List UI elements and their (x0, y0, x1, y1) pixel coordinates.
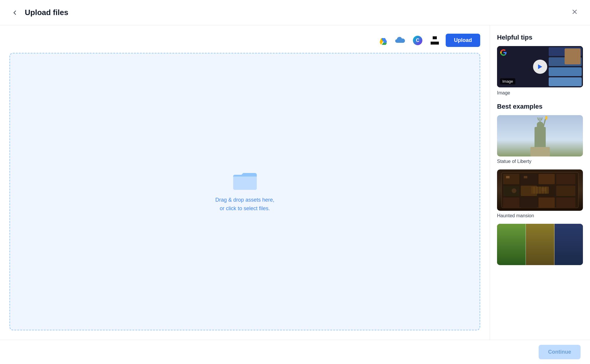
svg-rect-7 (521, 174, 537, 184)
play-button[interactable] (533, 60, 547, 74)
svg-rect-17 (556, 197, 576, 208)
svg-point-20 (512, 188, 517, 193)
svg-rect-10 (503, 186, 519, 196)
svg-rect-13 (556, 186, 576, 196)
onedrive-button[interactable] (394, 34, 407, 47)
unsplash-icon (431, 36, 439, 45)
svg-rect-19 (524, 176, 527, 178)
main-content: C Upload (0, 25, 490, 340)
unsplash-button[interactable] (429, 34, 441, 47)
svg-rect-8 (539, 174, 555, 184)
cloud-icon (395, 36, 406, 45)
svg-rect-4 (233, 175, 257, 190)
svg-marker-1 (382, 43, 387, 45)
example-item-goed (497, 224, 583, 267)
goed-panel-center (526, 224, 555, 265)
dropzone-line2: or click to select files. (215, 204, 274, 213)
example-item-sol: Statue of Liberty (497, 115, 583, 164)
svg-rect-16 (539, 197, 555, 208)
helpful-tips-title: Helpful tips (497, 34, 583, 41)
toolbar: C Upload (9, 34, 480, 47)
video-thumbnail[interactable]: Image (497, 46, 583, 87)
example-img-hm (497, 169, 583, 211)
video-title: Image (497, 90, 583, 96)
example-img-goed (497, 224, 583, 265)
hm-illustration (497, 169, 583, 211)
video-label-badge: Image (500, 78, 515, 84)
modal-header: Upload files (0, 0, 590, 25)
back-button[interactable] (9, 9, 20, 17)
example-item-hm: Haunted mansion (497, 169, 583, 218)
sidebar: Helpful tips (490, 25, 590, 340)
svg-rect-18 (506, 176, 510, 178)
upload-button[interactable]: Upload (446, 34, 480, 47)
folder-icon (233, 171, 257, 190)
goed-panel-right (555, 224, 583, 265)
google-drive-icon (379, 36, 388, 45)
canva-icon: C (413, 36, 422, 45)
modal-footer: Continue (0, 340, 590, 364)
upload-files-modal: Upload files (0, 0, 590, 364)
dropzone-line1: Drag & drop assets here, (215, 196, 274, 204)
best-examples-title: Best examples (497, 103, 583, 110)
hm-caption: Haunted mansion (497, 213, 583, 218)
modal-body: C Upload (0, 25, 590, 340)
svg-rect-9 (556, 174, 576, 184)
dropzone[interactable]: Drag & drop assets here, or click to sel… (9, 53, 480, 330)
svg-rect-15 (521, 197, 537, 208)
example-img-sol (497, 115, 583, 156)
cloud-service-icons: C (377, 34, 441, 47)
hm-svg (497, 169, 583, 211)
google-drive-button[interactable] (377, 34, 390, 47)
continue-button[interactable]: Continue (539, 345, 581, 359)
thumb-person-img (565, 48, 581, 64)
svg-rect-14 (503, 197, 519, 208)
page-title: Upload files (25, 8, 68, 17)
canva-button[interactable]: C (411, 34, 424, 47)
close-button[interactable] (569, 7, 581, 18)
svg-rect-6 (503, 174, 519, 184)
goed-panel-left (497, 224, 526, 265)
sol-illustration (497, 115, 583, 156)
sol-caption: Statue of Liberty (497, 159, 583, 164)
thumb-google-icon (499, 48, 508, 57)
dropzone-text: Drag & drop assets here, or click to sel… (215, 196, 274, 213)
goed-illustration (497, 224, 583, 265)
